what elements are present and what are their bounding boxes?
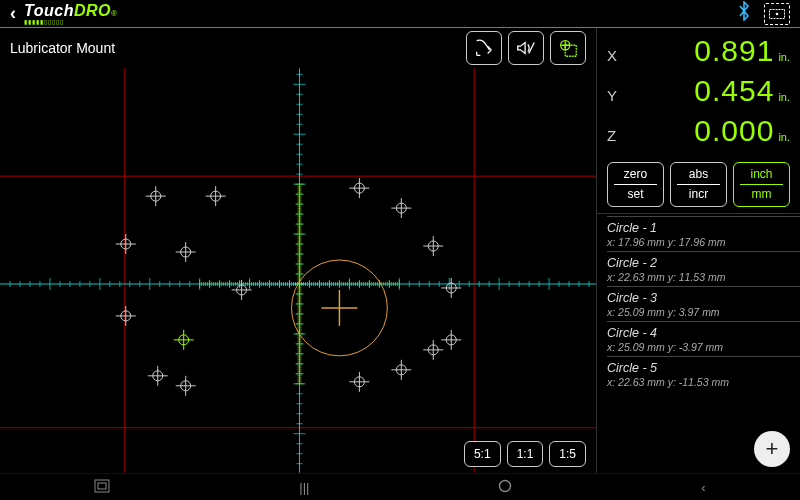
sound-tool-button[interactable] xyxy=(508,31,544,65)
home-nav-icon[interactable] xyxy=(498,479,512,496)
bluetooth-icon[interactable] xyxy=(736,1,752,26)
recents-nav-icon[interactable]: ||| xyxy=(299,480,309,495)
readout-x[interactable]: X 0.891 in. xyxy=(607,34,790,74)
feature-list[interactable]: Circle - 1 x: 17.96 mm y: 17.96 mm Circl… xyxy=(597,214,800,473)
axis-label-z: Z xyxy=(607,127,627,144)
list-item[interactable]: Circle - 5 x: 22.63 mm y: -11.53 mm xyxy=(607,356,800,391)
axis-unit-y: in. xyxy=(778,91,790,103)
snap-tool-button[interactable] xyxy=(466,31,502,65)
android-navbar: ||| ‹ xyxy=(0,473,800,500)
list-item[interactable]: Circle - 2 x: 22.63 mm y: 11.53 mm xyxy=(607,251,800,286)
svg-point-1 xyxy=(776,12,779,15)
zoom-controls: 5:1 1:1 1:5 xyxy=(464,441,586,467)
zero-set-button[interactable]: zero set xyxy=(607,162,664,207)
axis-unit-x: in. xyxy=(778,51,790,63)
mode-buttons: zero set abs incr inch mm xyxy=(597,156,800,214)
readout-y[interactable]: Y 0.454 in. xyxy=(607,74,790,114)
fullscreen-icon[interactable] xyxy=(764,3,790,25)
axis-label-x: X xyxy=(607,47,627,64)
app-titlebar: ‹ Touch DRO ® ▮▮▮▮▮▯▯▯▯▯ xyxy=(0,0,800,28)
project-toolbar: Lubricator Mount xyxy=(0,28,596,68)
project-title: Lubricator Mount xyxy=(10,40,115,56)
unit-button[interactable]: inch mm xyxy=(733,162,790,207)
back-button[interactable]: ‹ xyxy=(10,3,16,24)
add-button[interactable]: + xyxy=(754,431,790,467)
svg-rect-366 xyxy=(98,483,106,489)
drawing-area[interactable]: Lubricator Mount 5:1 1:1 1:5 xyxy=(0,28,597,473)
list-item[interactable]: Circle - 1 x: 17.96 mm y: 17.96 mm xyxy=(607,216,800,251)
zoom-reset-button[interactable]: 1:1 xyxy=(507,441,544,467)
layers-tool-button[interactable] xyxy=(550,31,586,65)
axis-unit-z: in. xyxy=(778,131,790,143)
axis-readouts: X 0.891 in. Y 0.454 in. Z 0.000 in. xyxy=(597,28,800,156)
svg-rect-365 xyxy=(95,480,109,492)
svg-rect-2 xyxy=(565,45,576,56)
axis-value-y: 0.454 xyxy=(694,74,774,108)
list-item[interactable]: Circle - 3 x: 25.09 mm y: 3.97 mm xyxy=(607,286,800,321)
side-panel: X 0.891 in. Y 0.454 in. Z 0.000 in. zero xyxy=(597,28,800,473)
screenshot-nav-icon[interactable] xyxy=(94,479,110,496)
canvas[interactable] xyxy=(0,68,596,473)
readout-z[interactable]: Z 0.000 in. xyxy=(607,114,790,154)
axis-value-z: 0.000 xyxy=(694,114,774,148)
list-item[interactable]: Circle - 4 x: 25.09 mm y: -3.97 mm xyxy=(607,321,800,356)
logo-reg: ® xyxy=(111,9,117,18)
axis-value-x: 0.891 xyxy=(694,34,774,68)
zoom-in-button[interactable]: 5:1 xyxy=(464,441,501,467)
back-nav-icon[interactable]: ‹ xyxy=(701,480,705,495)
axis-label-y: Y xyxy=(607,87,627,104)
svg-point-367 xyxy=(500,480,511,491)
logo-ticks-icon: ▮▮▮▮▮▯▯▯▯▯ xyxy=(24,18,117,25)
abs-incr-button[interactable]: abs incr xyxy=(670,162,727,207)
app-logo: Touch DRO ® ▮▮▮▮▮▯▯▯▯▯ xyxy=(24,2,117,25)
zoom-out-button[interactable]: 1:5 xyxy=(549,441,586,467)
